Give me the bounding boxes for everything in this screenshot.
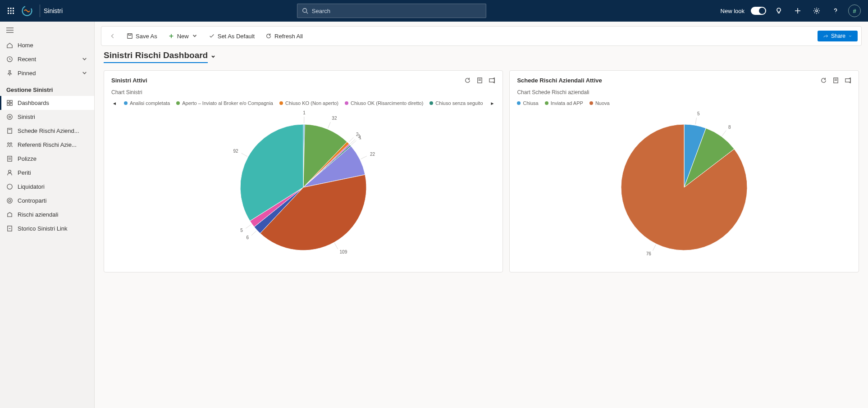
sidebar-home[interactable]: Home <box>0 38 94 52</box>
main-content: Save As New Set As Default Refresh All S… <box>95 22 868 408</box>
new-button[interactable]: New <box>164 30 202 42</box>
share-label: Share <box>831 33 845 39</box>
app-name: Sinistri <box>44 7 63 14</box>
recent-label: Recent <box>18 56 36 63</box>
chevron-down-icon[interactable] <box>210 54 216 59</box>
legend-prev[interactable]: ◄ <box>111 101 118 106</box>
svg-point-10 <box>303 9 307 13</box>
search-input[interactable] <box>312 8 481 14</box>
save-as-label: Save As <box>136 33 157 40</box>
sidebar-item[interactable]: Dashboards <box>0 96 94 110</box>
svg-line-49 <box>361 156 367 159</box>
card-subtitle: Chart Schede Rischi aziendali <box>517 89 851 95</box>
sidebar: Home Recent Pinned Gestione Sinistri Das… <box>0 22 95 408</box>
sidebar-item[interactable]: Referenti Rischi Azie... <box>0 138 94 152</box>
sidebar-item-label: Sinistri <box>18 113 35 120</box>
pinned-label: Pinned <box>18 70 36 77</box>
back-button <box>105 30 120 42</box>
svg-point-33 <box>7 184 12 189</box>
records-icon[interactable] <box>832 77 839 84</box>
slice-label: 6 <box>247 235 249 240</box>
user-avatar[interactable]: # <box>848 5 861 17</box>
legend-item[interactable]: Chiuso OK (Risarcimento diretto) <box>345 100 423 106</box>
sidebar-recent[interactable]: Recent <box>0 52 94 66</box>
svg-line-51 <box>251 231 256 236</box>
page-title: Sinistri Rischi Dashboard <box>104 50 208 63</box>
sidebar-item-label: Polizze <box>18 155 37 162</box>
clock-icon <box>6 56 13 63</box>
legend-item[interactable]: Nuova <box>589 100 610 106</box>
sidebar-item[interactable]: Periti <box>0 166 94 180</box>
svg-point-14 <box>816 10 818 12</box>
chart-legend: ChiusaInviata ad APPNuova <box>517 99 851 107</box>
new-label: New <box>177 33 189 40</box>
sidebar-item-label: Periti <box>18 169 31 176</box>
slice-label: 1 <box>303 110 306 115</box>
top-bar: Sinistri New look # <box>0 0 868 22</box>
sidebar-item[interactable]: Liquidatori <box>0 180 94 194</box>
chart-legend: ◄Analisi completataAperto – Inviato al B… <box>111 99 495 107</box>
slice-label: 32 <box>332 116 338 121</box>
svg-line-45 <box>328 122 331 128</box>
card-sinistri-attivi: Sinistri Attivi Chart Sinistri ◄Analisi … <box>104 70 503 272</box>
app-launcher-icon[interactable] <box>4 4 18 18</box>
sidebar-item-icon <box>6 127 13 134</box>
legend-label: Chiuso senza seguito <box>435 100 483 106</box>
card-schede-rischi: Schede Rischi Aziendali Attive Chart Sch… <box>509 70 859 272</box>
legend-item[interactable]: Chiusa <box>517 100 538 106</box>
svg-point-32 <box>9 170 11 173</box>
legend-label: Aperto – Inviato al Broker e/o Compagnia <box>182 100 273 106</box>
expand-icon[interactable] <box>489 77 495 84</box>
sidebar-item[interactable]: Schede Rischi Aziend... <box>0 124 94 138</box>
chevron-down-icon <box>192 33 198 39</box>
sidebar-item-icon <box>6 100 13 106</box>
refresh-icon[interactable] <box>820 77 827 84</box>
set-default-label: Set As Default <box>218 33 255 40</box>
refresh-icon[interactable] <box>464 77 471 84</box>
sidebar-pinned[interactable]: Pinned <box>0 66 94 80</box>
lightbulb-icon[interactable] <box>772 5 785 17</box>
save-as-button[interactable]: Save As <box>122 30 162 42</box>
records-icon[interactable] <box>476 77 483 84</box>
svg-line-59 <box>722 131 726 136</box>
new-look-toggle[interactable] <box>751 7 766 15</box>
legend-item[interactable]: Chiuso senza seguito <box>429 100 483 106</box>
svg-point-34 <box>7 198 12 203</box>
slice-label: 22 <box>370 152 375 157</box>
search-box[interactable] <box>297 4 486 18</box>
pie-chart: 132211221096592 <box>204 115 402 259</box>
help-icon[interactable] <box>829 5 842 17</box>
pie-chart: 5876 <box>585 115 783 259</box>
legend-dot <box>589 101 593 105</box>
legend-next[interactable]: ► <box>489 101 496 106</box>
share-button[interactable]: Share <box>818 31 858 41</box>
legend-label: Inviata ad APP <box>551 100 583 106</box>
svg-point-35 <box>9 199 11 202</box>
plus-icon[interactable] <box>791 5 804 17</box>
expand-icon[interactable] <box>845 77 851 84</box>
sidebar-item[interactable]: Sinistri <box>0 110 94 124</box>
legend-label: Chiuso OK (Risarcimento diretto) <box>351 100 423 106</box>
svg-rect-22 <box>10 103 12 105</box>
legend-label: Chiusa <box>523 100 538 106</box>
sidebar-item[interactable]: Controparti <box>0 194 94 208</box>
sidebar-toggle[interactable] <box>0 23 94 38</box>
set-default-button[interactable]: Set As Default <box>204 30 259 42</box>
settings-icon[interactable] <box>810 5 823 17</box>
refresh-button[interactable]: Refresh All <box>261 30 307 42</box>
sidebar-item[interactable]: Storico Sinistri Link <box>0 222 94 236</box>
legend-item[interactable]: Analisi completata <box>124 100 170 106</box>
svg-rect-29 <box>8 156 12 161</box>
slice-label: 1 <box>359 135 362 140</box>
page-title-row: Sinistri Rischi Dashboard <box>95 46 868 66</box>
svg-line-11 <box>306 12 308 14</box>
legend-item[interactable]: Aperto – Inviato al Broker e/o Compagnia <box>176 100 273 106</box>
sidebar-item[interactable]: Polizze <box>0 152 94 166</box>
legend-item[interactable]: Inviata ad APP <box>545 100 583 106</box>
legend-item[interactable]: Chiuso KO (Non aperto) <box>279 100 338 106</box>
save-icon <box>127 33 133 39</box>
svg-line-53 <box>242 153 247 156</box>
slice-label: 92 <box>233 149 239 154</box>
sidebar-item[interactable]: Rischi aziendali <box>0 208 94 222</box>
legend-dot <box>545 101 548 105</box>
